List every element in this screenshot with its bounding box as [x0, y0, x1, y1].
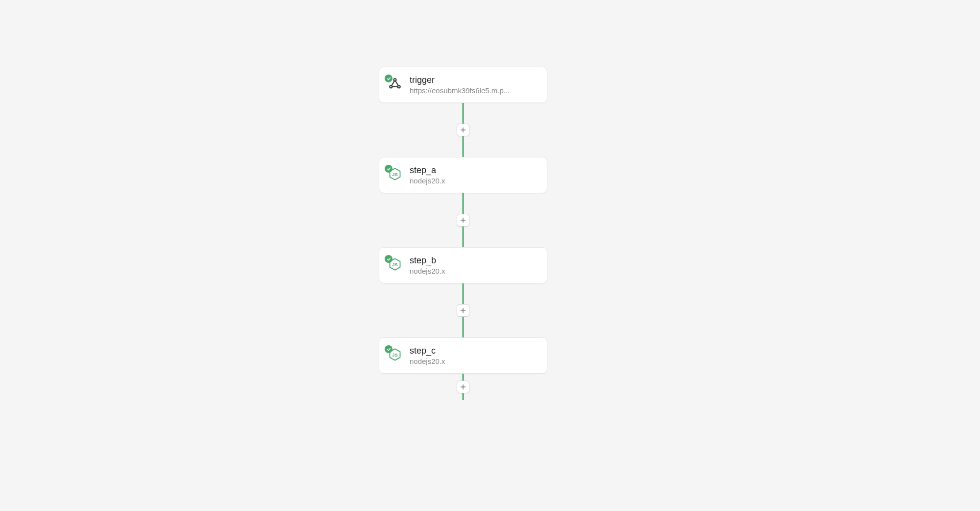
- workflow-canvas[interactable]: trigger https://eosubmk39fs6le5.m.p... J…: [0, 0, 980, 511]
- add-step-button[interactable]: [457, 214, 469, 227]
- status-success-icon: [385, 75, 392, 82]
- node-title: trigger: [410, 75, 510, 86]
- connector: [379, 283, 547, 337]
- node-text: step_a nodejs20.x: [410, 165, 445, 186]
- node-text: step_b nodejs20.x: [410, 255, 445, 276]
- svg-text:JS: JS: [392, 262, 397, 267]
- node-step-c[interactable]: JS step_c nodejs20.x: [379, 337, 547, 374]
- add-step-button[interactable]: [457, 124, 469, 136]
- node-icon-wrapper: JS: [387, 167, 403, 183]
- connector: [379, 103, 547, 157]
- node-text: trigger https://eosubmk39fs6le5.m.p...: [410, 75, 510, 96]
- connector: [379, 374, 547, 400]
- add-step-button[interactable]: [457, 381, 469, 393]
- node-subtitle: nodejs20.x: [410, 357, 445, 366]
- svg-text:JS: JS: [392, 353, 397, 358]
- node-trigger[interactable]: trigger https://eosubmk39fs6le5.m.p...: [379, 67, 547, 103]
- status-success-icon: [385, 255, 392, 263]
- node-subtitle: nodejs20.x: [410, 266, 445, 276]
- workflow-column: trigger https://eosubmk39fs6le5.m.p... J…: [379, 67, 547, 400]
- status-success-icon: [385, 165, 392, 173]
- node-title: step_c: [410, 345, 445, 357]
- node-step-b[interactable]: JS step_b nodejs20.x: [379, 247, 547, 283]
- svg-text:JS: JS: [392, 172, 397, 177]
- node-title: step_a: [410, 165, 445, 176]
- status-success-icon: [385, 345, 392, 353]
- node-step-a[interactable]: JS step_a nodejs20.x: [379, 157, 547, 193]
- node-icon-wrapper: JS: [387, 348, 403, 363]
- node-subtitle: nodejs20.x: [410, 176, 445, 186]
- connector: [379, 193, 547, 247]
- node-title: step_b: [410, 255, 445, 266]
- node-subtitle: https://eosubmk39fs6le5.m.p...: [410, 86, 510, 96]
- add-step-button[interactable]: [457, 304, 469, 317]
- node-text: step_c nodejs20.x: [410, 345, 445, 366]
- node-icon-wrapper: JS: [387, 257, 403, 273]
- node-icon-wrapper: [387, 77, 403, 93]
